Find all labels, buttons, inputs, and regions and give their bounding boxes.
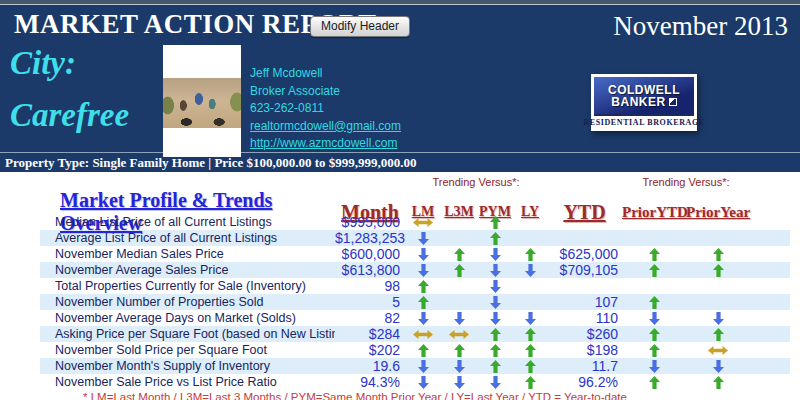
month-value: $284 (335, 326, 405, 342)
month-value: 82 (335, 310, 405, 326)
trend-cell-l3m (441, 264, 477, 277)
trend-cell-lm (405, 232, 441, 245)
metric-label: November Sale Price vs List Price Ratio (40, 375, 335, 389)
trend-up-arrow (713, 264, 724, 277)
column-header-l3m: L3M (441, 204, 477, 220)
trend-up-arrow (713, 328, 724, 341)
trend-cell-l3m (441, 344, 477, 357)
trend-up-arrow (525, 376, 536, 389)
report-header: MARKET ACTION REPORT Modify Header Novem… (0, 5, 800, 152)
trend-cell-ly (513, 376, 547, 389)
trend-cell-l3m (441, 360, 477, 373)
trending-labels-row: Trending Versus*: Trending Versus*: (40, 175, 790, 189)
trend-up-arrow (490, 328, 501, 341)
trend-cell-lm (405, 218, 441, 227)
ytd-value: $709,105 (547, 262, 622, 278)
table-row: November Month's Supply of Inventory 19.… (40, 358, 790, 374)
trend-up-arrow (418, 344, 429, 357)
trend-cell-prior-ytd (622, 312, 686, 325)
month-value: $995,000 (335, 214, 405, 230)
trend-down-arrow (525, 264, 536, 277)
trend-up-arrow (649, 248, 660, 261)
trend-up-arrow (490, 344, 501, 357)
trend-cell-ly (513, 312, 547, 325)
trend-cell-pym (477, 360, 513, 373)
agent-email-link[interactable]: realtormcdowell@gmail.com (250, 118, 401, 136)
table-row: November Average Sales Price $613,800 $7… (40, 262, 790, 278)
table-row: Average List Price of all Current Listin… (40, 230, 790, 246)
trend-cell-prior-ytd (622, 248, 686, 261)
market-table: Trending Versus*: Trending Versus*: Mark… (0, 175, 790, 400)
trend-up-arrow (649, 296, 660, 309)
trend-cell-lm (405, 296, 441, 309)
metric-label: Median List Price of all Current Listing… (40, 215, 335, 229)
table-row: November Median Sales Price $600,000 $62… (40, 246, 790, 262)
report-period: November 2013 (613, 11, 788, 42)
brokerage-name-line2: BANKER (611, 95, 665, 109)
trend-cell-prior-ytd (622, 344, 686, 357)
agent-phone: 623-262-0811 (250, 100, 401, 118)
table-row: Total Properties Currently for Sale (Inv… (40, 278, 790, 294)
month-value: 19.6 (335, 358, 405, 374)
trend-down-arrow (713, 360, 724, 373)
trend-up-arrow (649, 376, 660, 389)
trend-flat-arrow (413, 218, 433, 227)
trend-down-arrow (525, 312, 536, 325)
trend-up-arrow (525, 360, 536, 373)
brokerage-logo-mark: COLDWELL BANKER (594, 77, 694, 114)
trend-up-arrow (454, 248, 465, 261)
trend-down-arrow (490, 376, 501, 389)
trend-cell-lm (405, 280, 441, 293)
trend-down-arrow (490, 280, 501, 293)
ytd-value: $198 (547, 342, 622, 358)
month-value: $600,000 (335, 246, 405, 262)
column-header-prior-ytd: PriorYTD (622, 204, 686, 221)
trend-cell-l3m (441, 376, 477, 389)
trend-up-arrow (454, 264, 465, 277)
trend-down-arrow (649, 360, 660, 373)
month-value: 5 (335, 294, 405, 310)
trend-flat-arrow (413, 330, 433, 339)
agent-photo (163, 45, 241, 157)
ytd-value: 107 (547, 294, 622, 310)
trend-down-arrow (454, 312, 465, 325)
trend-down-arrow (418, 376, 429, 389)
trend-up-arrow (418, 280, 429, 293)
column-header-ly: LY (513, 204, 547, 220)
trend-down-arrow (490, 312, 501, 325)
table-header-row: Market Profile & Trends Overview Month L… (40, 189, 790, 214)
trend-up-arrow (525, 344, 536, 357)
trend-down-arrow (490, 264, 501, 277)
modify-header-button[interactable]: Modify Header (310, 16, 410, 37)
trend-cell-ly (513, 360, 547, 373)
trend-up-arrow (713, 376, 724, 389)
trend-cell-lm (405, 330, 441, 339)
trend-down-arrow (713, 312, 724, 325)
table-row: November Number of Properties Sold 5 107 (40, 294, 790, 310)
metric-label: Average List Price of all Current Listin… (40, 231, 335, 245)
trend-cell-pym (477, 376, 513, 389)
trend-cell-ly (513, 248, 547, 261)
trend-cell-prior-year (686, 346, 750, 355)
trend-cell-pym (477, 328, 513, 341)
ytd-value: 110 (547, 310, 622, 326)
trend-cell-prior-year (686, 312, 750, 325)
trend-down-arrow (454, 376, 465, 389)
table-row: November Sold Price per Square Foot $202… (40, 342, 790, 358)
trend-down-arrow (490, 248, 501, 261)
table-body: Median List Price of all Current Listing… (40, 214, 790, 390)
trend-up-arrow (713, 248, 724, 261)
trend-up-arrow (454, 344, 465, 357)
agent-website-link[interactable]: http://www.azmcdowell.com (250, 135, 401, 153)
brokerage-strip: RESIDENTIAL BROKERAGE (594, 114, 694, 128)
trend-cell-prior-year (686, 376, 750, 389)
city-label: City: (10, 37, 129, 89)
agent-photo-image (163, 78, 241, 128)
trend-up-arrow (490, 360, 501, 373)
trending-versus-label-1: Trending Versus*: (405, 176, 547, 188)
month-value: $1,283,253 (335, 230, 405, 246)
trending-versus-label-2: Trending Versus*: (622, 176, 750, 188)
brokerage-logo: COLDWELL BANKER RESIDENTIAL BROKERAGE (591, 74, 697, 131)
trend-cell-prior-ytd (622, 360, 686, 373)
column-header-ytd: YTD (547, 201, 622, 224)
